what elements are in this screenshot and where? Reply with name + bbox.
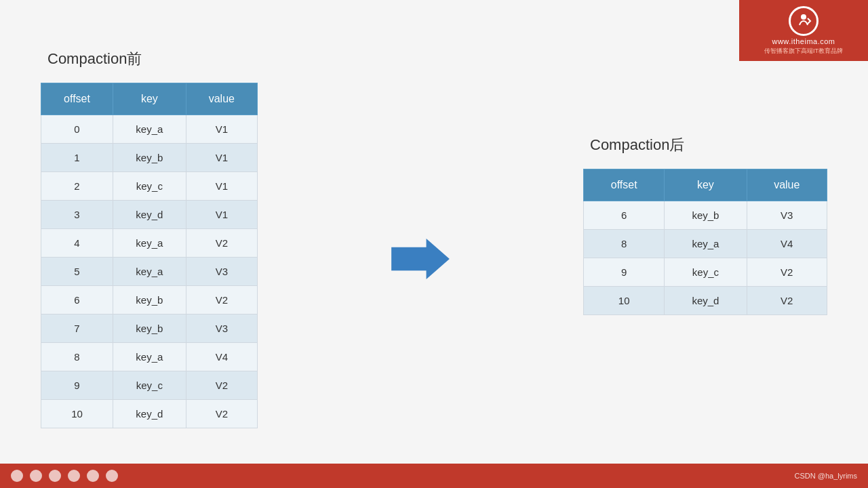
table-row: 0key_aV1 — [41, 115, 258, 144]
table-cell: 1 — [41, 144, 113, 172]
bottom-icon-6 — [106, 470, 118, 482]
table-cell: key_b — [113, 286, 186, 314]
table-cell: 2 — [41, 172, 113, 201]
bottom-bar: CSDN @ha_lyrims — [0, 464, 868, 488]
main-content: Compaction前 offset key value 0key_aV11ke… — [0, 0, 868, 464]
table-cell: key_d — [113, 201, 186, 229]
table-cell: 6 — [584, 201, 665, 230]
table-row: 1key_bV1 — [41, 144, 258, 172]
bottom-icon-3 — [49, 470, 61, 482]
table-cell: key_c — [113, 172, 186, 201]
bottom-icon-2 — [30, 470, 42, 482]
table-row: 3key_dV1 — [41, 201, 258, 229]
table-cell: key_b — [113, 144, 186, 172]
table-cell: V2 — [186, 400, 257, 428]
table-cell: 9 — [41, 371, 113, 400]
table-cell: V2 — [747, 287, 827, 315]
table-cell: key_a — [113, 343, 186, 371]
table-cell: 6 — [41, 286, 113, 314]
table-row: 4key_aV2 — [41, 229, 258, 258]
table-cell: V2 — [747, 258, 827, 287]
table-cell: 8 — [584, 230, 665, 258]
table-cell: 9 — [584, 258, 665, 287]
table-row: 8key_aV4 — [41, 343, 258, 371]
bottom-credits: CSDN @ha_lyrims — [795, 472, 857, 480]
svg-marker-1 — [391, 239, 450, 279]
table-cell: V4 — [186, 343, 257, 371]
table-cell: V2 — [186, 371, 257, 400]
left-title: Compaction前 — [47, 49, 142, 69]
table-cell: key_c — [665, 258, 747, 287]
table-cell: key_d — [665, 287, 747, 315]
table-cell: key_a — [113, 229, 186, 258]
table-row: 10key_dV2 — [41, 400, 258, 428]
left-header-key: key — [113, 83, 186, 115]
left-header-offset: offset — [41, 83, 113, 115]
right-section: Compaction后 offset key value 6key_bV38ke… — [583, 135, 827, 315]
right-header-key: key — [665, 169, 747, 201]
table-cell: V1 — [186, 201, 257, 229]
table-row: 6key_bV2 — [41, 286, 258, 314]
right-title: Compaction后 — [590, 135, 684, 155]
table-row: 9key_cV2 — [584, 258, 827, 287]
table-cell: V1 — [186, 144, 257, 172]
table-row: 2key_cV1 — [41, 172, 258, 201]
table-cell: V2 — [186, 286, 257, 314]
bottom-icon-4 — [68, 470, 80, 482]
table-row: 7key_bV3 — [41, 314, 258, 343]
table-row: 8key_aV4 — [584, 230, 827, 258]
table-cell: key_b — [665, 201, 747, 230]
bottom-icon-5 — [87, 470, 99, 482]
table-cell: 7 — [41, 314, 113, 343]
table-cell: 5 — [41, 258, 113, 286]
table-cell: V3 — [186, 314, 257, 343]
table-cell: key_a — [113, 115, 186, 144]
right-table: offset key value 6key_bV38key_aV49key_cV… — [583, 169, 827, 315]
table-cell: key_d — [113, 400, 186, 428]
table-cell: key_a — [113, 258, 186, 286]
left-table: offset key value 0key_aV11key_bV12key_cV… — [41, 83, 258, 428]
table-row: 6key_bV3 — [584, 201, 827, 230]
right-header-value: value — [747, 169, 827, 201]
table-cell: key_b — [113, 314, 186, 343]
table-cell: V3 — [186, 258, 257, 286]
table-cell: key_a — [665, 230, 747, 258]
right-arrow-icon — [390, 239, 451, 279]
table-cell: 4 — [41, 229, 113, 258]
table-row: 9key_cV2 — [41, 371, 258, 400]
table-cell: V1 — [186, 172, 257, 201]
left-section: Compaction前 offset key value 0key_aV11ke… — [41, 49, 258, 428]
table-cell: V3 — [747, 201, 827, 230]
table-cell: 10 — [41, 400, 113, 428]
table-cell: V2 — [186, 229, 257, 258]
left-header-value: value — [186, 83, 257, 115]
arrow-container — [258, 239, 583, 279]
right-header-offset: offset — [584, 169, 665, 201]
table-cell: V4 — [747, 230, 827, 258]
bottom-icons — [11, 470, 118, 482]
table-cell: V1 — [186, 115, 257, 144]
table-cell: 0 — [41, 115, 113, 144]
table-cell: key_c — [113, 371, 186, 400]
bottom-icon-1 — [11, 470, 23, 482]
table-row: 5key_aV3 — [41, 258, 258, 286]
table-row: 10key_dV2 — [584, 287, 827, 315]
table-cell: 10 — [584, 287, 665, 315]
table-cell: 3 — [41, 201, 113, 229]
table-cell: 8 — [41, 343, 113, 371]
